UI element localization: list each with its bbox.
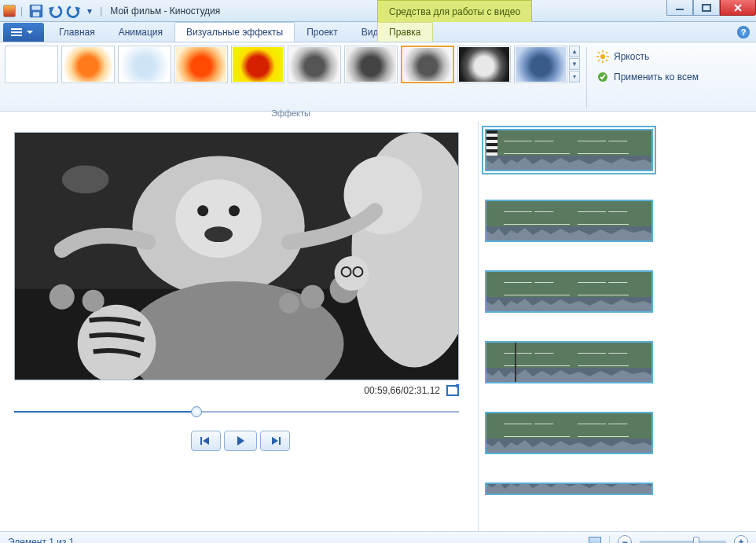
preview-pane: 00:59,66/02:31,12 — [0, 121, 478, 531]
effect-preview — [176, 47, 226, 82]
svg-rect-36 — [200, 437, 202, 445]
tab-visual-effects[interactable]: Визуальные эффекты — [174, 22, 295, 42]
apply-all-label: Применить ко всем — [614, 72, 699, 83]
playhead-indicator[interactable] — [515, 341, 516, 383]
audio-waveform — [486, 226, 651, 240]
effect-thumb-invert[interactable] — [457, 46, 511, 83]
video-preview[interactable] — [14, 132, 459, 380]
effect-preview — [516, 47, 566, 82]
svg-point-29 — [83, 290, 105, 312]
seek-slider[interactable] — [14, 404, 459, 420]
effects-gallery — [5, 46, 567, 111]
minimize-button[interactable] — [666, 0, 693, 16]
clip-5[interactable]: ――― ――――――――――― ――― ―――― ――――――――――― ―――… — [485, 412, 653, 454]
brightness-icon — [596, 50, 609, 63]
effect-preview — [6, 47, 57, 82]
status-divider — [609, 536, 610, 544]
tab-animation[interactable]: Анимация — [107, 22, 174, 42]
fullscreen-button[interactable] — [446, 385, 459, 396]
effect-preview — [119, 47, 170, 82]
gallery-scroll-up[interactable]: ▲ — [569, 46, 580, 57]
svg-rect-4 — [703, 5, 710, 11]
effect-thumb-bw-2[interactable] — [344, 46, 398, 83]
svg-rect-2 — [33, 12, 39, 17]
audio-waveform — [486, 482, 651, 493]
effect-preview — [403, 48, 452, 81]
status-bar: Элемент 1 из 1 − + — [0, 531, 756, 543]
svg-point-33 — [335, 256, 369, 291]
effect-thumb-posterize[interactable] — [231, 46, 284, 83]
ribbon-tabs: Главная Анимация Визуальные эффекты Прое… — [0, 22, 756, 42]
effect-preview — [63, 47, 113, 82]
undo-button[interactable] — [46, 2, 64, 20]
effect-thumb-cool-blur[interactable] — [118, 46, 171, 83]
file-menu-icon — [11, 28, 22, 36]
prev-frame-button[interactable] — [191, 431, 221, 451]
svg-line-10 — [598, 52, 600, 53]
clip-1[interactable]: ――― ――――――――――― ――― ―――― ――――――――――― ―――… — [485, 129, 653, 171]
tab-project[interactable]: Проект — [295, 22, 350, 42]
view-mode-button[interactable] — [589, 537, 601, 544]
maximize-button[interactable] — [693, 0, 720, 16]
tab-home[interactable]: Главная — [47, 22, 107, 42]
status-item-count: Элемент 1 из 1 — [8, 537, 75, 544]
clip-4[interactable]: ――― ――――――――――― ――― ―――― ――――――――――― ―――… — [485, 341, 653, 383]
qat-separator: | — [17, 6, 26, 17]
window-title: Мой фильм - Киностудия — [110, 6, 220, 17]
ribbon-divider — [586, 47, 587, 109]
svg-rect-3 — [676, 9, 684, 10]
next-frame-button[interactable] — [260, 431, 290, 451]
gallery-expand[interactable]: ▾ — [569, 71, 580, 83]
audio-waveform — [486, 368, 651, 382]
effect-thumb-bw-3[interactable] — [401, 46, 454, 83]
time-display: 00:59,66/02:31,12 — [364, 385, 440, 396]
gallery-scroll-down[interactable]: ▼ — [569, 58, 580, 70]
storyboard[interactable]: ――― ――――――――――― ――― ―――― ――――――――――― ―――… — [478, 121, 756, 531]
titlebar: | ▾ | Мой фильм - Киностудия Средства дл… — [0, 0, 756, 22]
quick-access-toolbar: | ▾ | — [3, 2, 105, 20]
redo-button[interactable] — [65, 2, 83, 20]
zoom-out-button[interactable]: − — [618, 535, 632, 544]
apply-all-icon — [596, 71, 609, 83]
gallery-scroll: ▲ ▼ ▾ — [569, 46, 580, 111]
close-button[interactable] — [720, 0, 756, 16]
brightness-button[interactable]: Яркость — [593, 49, 702, 64]
context-tab-header: Средства для работы с видео — [377, 0, 532, 22]
svg-line-13 — [598, 60, 600, 61]
effect-thumb-bw-1[interactable] — [288, 46, 341, 83]
clip-2[interactable]: ――― ――――――――――― ――― ―――― ――――――――――― ―――… — [485, 200, 653, 242]
svg-point-5 — [600, 54, 605, 59]
seek-knob[interactable] — [191, 406, 202, 417]
svg-point-32 — [279, 293, 299, 314]
effect-preview — [346, 47, 396, 82]
effect-thumb-blue-tint[interactable] — [514, 46, 567, 83]
svg-point-28 — [50, 284, 75, 310]
tab-edit[interactable]: Правка — [377, 22, 433, 42]
svg-rect-1 — [32, 6, 41, 10]
effect-thumb-warm-1[interactable] — [61, 46, 115, 83]
svg-point-23 — [197, 205, 208, 216]
play-button[interactable] — [224, 431, 257, 451]
svg-rect-37 — [279, 437, 281, 445]
svg-point-17 — [62, 165, 109, 193]
help-button[interactable]: ? — [737, 26, 750, 39]
svg-point-22 — [175, 179, 262, 258]
file-tab[interactable] — [3, 23, 44, 42]
effect-thumb-none[interactable] — [5, 46, 58, 83]
zoom-knob[interactable] — [693, 537, 699, 544]
seek-fill — [14, 411, 196, 413]
time-display-row: 00:59,66/02:31,12 — [14, 385, 459, 396]
svg-point-24 — [229, 205, 240, 216]
zoom-in-button[interactable]: + — [734, 535, 748, 544]
effect-thumb-warm-2[interactable] — [174, 46, 228, 83]
zoom-slider[interactable] — [640, 541, 726, 544]
clip-3[interactable]: ――― ――――――――――― ――― ―――― ――――――――――― ―――… — [485, 270, 653, 313]
qat-separator-2: | — [97, 6, 105, 17]
save-button[interactable] — [28, 2, 45, 20]
app-icon[interactable] — [3, 5, 16, 17]
clip-6[interactable]: ――― ――――――――――― ――― ―――― ――――――――――― ―――… — [485, 482, 653, 495]
svg-line-12 — [606, 52, 607, 53]
apply-all-button[interactable]: Применить ко всем — [593, 69, 702, 85]
effect-preview — [233, 47, 283, 82]
qat-customize[interactable]: ▾ — [84, 2, 95, 20]
